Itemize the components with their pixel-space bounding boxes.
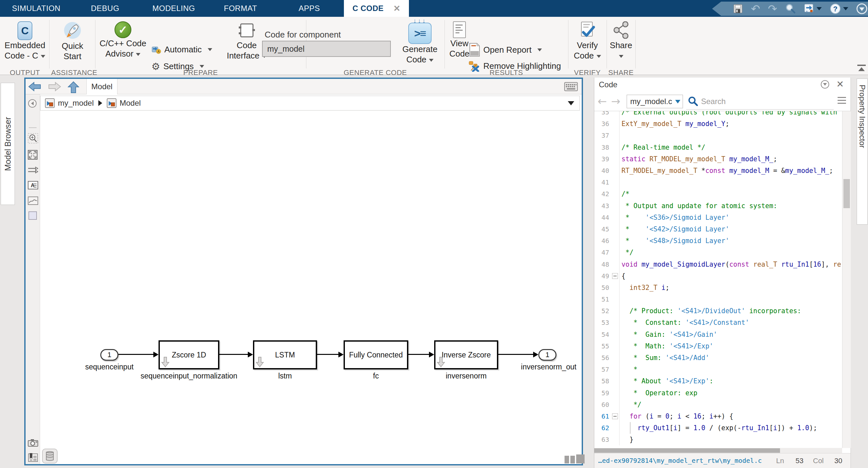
code-editor[interactable]: 35/* External outputs (root outports fed… <box>594 111 842 448</box>
code-line-37[interactable]: 37 <box>594 130 842 141</box>
code-line-36[interactable]: 36ExtY_my_model_T my_model_Y; <box>594 118 842 130</box>
breadcrumb-dropdown-caret-icon[interactable] <box>568 101 574 105</box>
code-line-46[interactable]: 46 * '<S48>/Sigmoid Layer' <box>594 235 842 246</box>
code-menu-icon[interactable] <box>838 97 846 106</box>
code-line-62[interactable]: 62 rty_Out1[i] = 1.0 / (exp(-rtu_In1[i])… <box>594 422 842 434</box>
undo-icon[interactable]: ↶ <box>751 3 760 14</box>
resize-grip[interactable] <box>576 455 585 464</box>
generate-code-button[interactable]: ↓↓↓ >≡ Generate Code <box>397 19 442 65</box>
save-icon[interactable] <box>733 4 743 14</box>
code-forward-icon[interactable]: → <box>611 96 621 107</box>
compare-icon[interactable] <box>804 3 822 14</box>
code-line-42[interactable]: 42/* <box>594 188 842 200</box>
code-line-51[interactable]: 51 <box>594 294 842 305</box>
keyboard-icon[interactable] <box>564 82 578 91</box>
code-line-61[interactable]: 61 for (i = 0; i < 16; i++) { <box>594 410 842 422</box>
code-back-icon[interactable]: ← <box>597 96 607 107</box>
code-line-41[interactable]: 41 <box>594 176 842 188</box>
breadcrumb-item-model[interactable]: Model <box>120 99 141 108</box>
compare-dropdown-caret-icon[interactable] <box>816 7 822 10</box>
code-line-35[interactable]: 35/* External outputs (root outports fed… <box>594 111 842 118</box>
code-line-59[interactable]: 59 * Operator: exp <box>594 387 842 399</box>
breadcrumb-item-my-model[interactable]: my_model <box>58 99 94 108</box>
signal-line[interactable] <box>118 354 154 355</box>
collapse-ribbon-icon[interactable] <box>857 65 866 73</box>
view-code-button[interactable]: View Code <box>447 21 472 59</box>
fold-toggle-icon[interactable] <box>611 270 620 282</box>
code-search-icon[interactable] <box>688 96 698 106</box>
collapse-panel-icon[interactable] <box>821 80 829 89</box>
code-advisor-button[interactable]: ✓ C/C++ Code Advisor <box>94 21 152 59</box>
help-icon[interactable]: ? <box>830 3 848 14</box>
code-line-48[interactable]: 48void my_model_SigmoidLayer(const real_… <box>594 258 842 270</box>
signal-line[interactable] <box>219 354 248 355</box>
hide-breadcrumb-icon[interactable] <box>28 99 37 108</box>
scrollbar-thumb[interactable] <box>594 448 780 453</box>
file-selector[interactable]: my_model.c <box>627 95 683 108</box>
redo-icon[interactable]: ↷ <box>768 3 777 14</box>
code-vertical-scrollbar[interactable] <box>842 111 851 448</box>
annotation-icon[interactable]: A <box>28 181 38 190</box>
image-icon[interactable] <box>28 197 38 205</box>
collapse-palette-icon[interactable]: « <box>28 467 34 468</box>
tab-c-code[interactable]: C CODE ✕ <box>344 0 409 17</box>
area-icon[interactable] <box>28 211 37 220</box>
help-dropdown-caret-icon[interactable] <box>843 7 848 10</box>
code-line-54[interactable]: 54 * Gain: '<S41>/Gain' <box>594 329 842 340</box>
quick-start-button[interactable]: Quick Start <box>51 21 94 61</box>
viewmarks-icon[interactable] <box>28 453 38 462</box>
property-inspector-tab[interactable]: Property Inspector <box>857 78 868 225</box>
code-line-55[interactable]: 55 * Math: '<S41>/Exp' <box>594 340 842 352</box>
code-line-49[interactable]: 49{ <box>594 270 842 282</box>
resize-grip[interactable] <box>564 456 569 464</box>
code-line-63[interactable]: 63 } <box>594 434 842 445</box>
code-line-52[interactable]: 52 /* Product: '<S41>/DivideOut' incorpo… <box>594 305 842 317</box>
verify-code-button[interactable]: Verify Code <box>569 21 605 61</box>
code-line-53[interactable]: 53 * Constant: '<S41>/Constant' <box>594 317 842 328</box>
menubar-tab-simulation[interactable]: SIMULATION <box>12 0 61 17</box>
automatic-selector[interactable]: A Automatic <box>151 44 212 55</box>
code-line-38[interactable]: 38/* Real-time model */ <box>594 141 842 153</box>
code-horizontal-scrollbar[interactable] <box>594 448 842 453</box>
camera-icon[interactable] <box>28 439 38 447</box>
back-icon[interactable] <box>28 81 41 92</box>
signal-line[interactable] <box>317 354 339 355</box>
data-browser-button[interactable] <box>42 448 58 464</box>
minimize-toolstrip-icon[interactable] <box>856 3 868 14</box>
code-line-39[interactable]: 39static RT_MODEL_my_model_T my_model_M_… <box>594 153 842 165</box>
code-line-56[interactable]: 56 * Sum: '<S41>/Add' <box>594 352 842 364</box>
code-line-50[interactable]: 50 int32_T i; <box>594 282 842 294</box>
inport-block[interactable]: 1 <box>100 349 118 361</box>
share-button[interactable]: Share <box>608 21 634 61</box>
signal-lines-icon[interactable] <box>28 166 38 174</box>
model-browser-tab[interactable]: Model Browser <box>1 83 15 205</box>
code-line-57[interactable]: 57 * <box>594 364 842 375</box>
search-input[interactable]: Search <box>701 97 726 106</box>
up-icon[interactable] <box>68 81 79 93</box>
code-line-47[interactable]: 47 */ <box>594 246 842 258</box>
signal-line[interactable] <box>498 354 534 355</box>
component-input[interactable]: my_model <box>262 41 391 57</box>
block-fc[interactable]: Fully Connected <box>344 340 408 369</box>
outport-block[interactable]: 1 <box>538 349 556 361</box>
close-tab-icon[interactable]: ✕ <box>394 4 401 13</box>
menubar-tab-apps[interactable]: APPS <box>299 0 320 17</box>
resize-grip[interactable] <box>570 456 575 464</box>
code-line-40[interactable]: 40RT_MODEL_my_model_T *const my_model_M … <box>594 165 842 176</box>
fit-to-view-icon[interactable] <box>28 150 37 160</box>
scrollbar-thumb[interactable] <box>843 179 850 208</box>
code-line-58[interactable]: 58 * About '<S41>/Exp': <box>594 375 842 387</box>
open-report-button[interactable]: Open Report <box>468 43 542 57</box>
menubar-tab-debug[interactable]: DEBUG <box>91 0 119 17</box>
code-line-44[interactable]: 44 * '<S36>/Sigmoid Layer' <box>594 212 842 223</box>
forward-icon[interactable] <box>48 81 61 92</box>
menubar-tab-modeling[interactable]: MODELING <box>152 0 195 17</box>
file-path-link[interactable]: …ed-ex90792814\my_model_ert_rtw\my_model… <box>598 457 762 464</box>
code-line-60[interactable]: 60 */ <box>594 399 842 410</box>
close-panel-icon[interactable]: ✕ <box>836 79 844 90</box>
search-icon[interactable] <box>785 3 796 14</box>
zoom-region-icon[interactable] <box>28 133 38 144</box>
canvas-tab-model[interactable]: Model <box>86 79 118 94</box>
code-line-45[interactable]: 45 * '<S42>/Sigmoid Layer' <box>594 223 842 235</box>
code-line-43[interactable]: 43 * Output and update for atomic system… <box>594 200 842 212</box>
